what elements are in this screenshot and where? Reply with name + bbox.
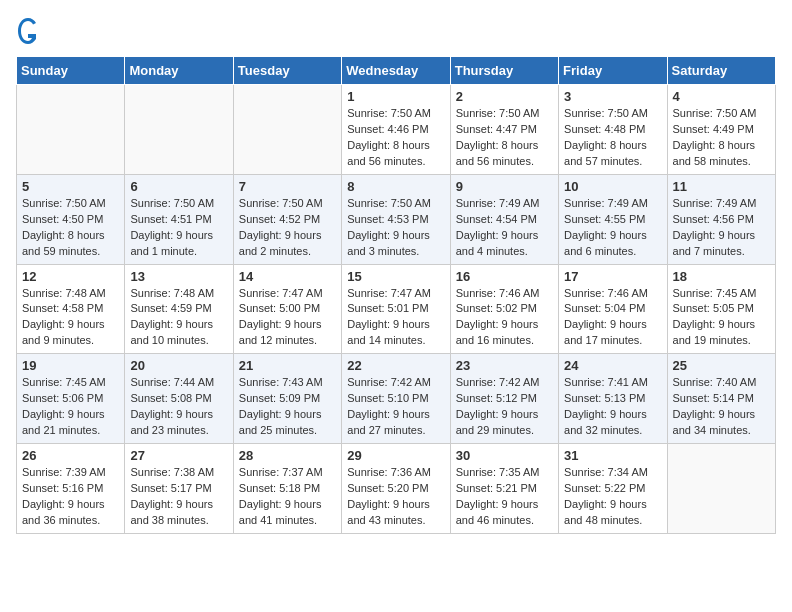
calendar-cell: 12Sunrise: 7:48 AM Sunset: 4:58 PM Dayli…: [17, 264, 125, 354]
day-number: 3: [564, 89, 661, 104]
day-info: Sunrise: 7:41 AM Sunset: 5:13 PM Dayligh…: [564, 375, 661, 439]
day-number: 17: [564, 269, 661, 284]
calendar-cell: 26Sunrise: 7:39 AM Sunset: 5:16 PM Dayli…: [17, 444, 125, 534]
day-info: Sunrise: 7:49 AM Sunset: 4:55 PM Dayligh…: [564, 196, 661, 260]
day-info: Sunrise: 7:50 AM Sunset: 4:53 PM Dayligh…: [347, 196, 444, 260]
calendar-header-row: SundayMondayTuesdayWednesdayThursdayFrid…: [17, 57, 776, 85]
calendar-cell: 31Sunrise: 7:34 AM Sunset: 5:22 PM Dayli…: [559, 444, 667, 534]
day-info: Sunrise: 7:50 AM Sunset: 4:52 PM Dayligh…: [239, 196, 336, 260]
day-info: Sunrise: 7:42 AM Sunset: 5:12 PM Dayligh…: [456, 375, 553, 439]
calendar-week-row: 19Sunrise: 7:45 AM Sunset: 5:06 PM Dayli…: [17, 354, 776, 444]
calendar-cell: [667, 444, 775, 534]
day-info: Sunrise: 7:39 AM Sunset: 5:16 PM Dayligh…: [22, 465, 119, 529]
day-info: Sunrise: 7:47 AM Sunset: 5:00 PM Dayligh…: [239, 286, 336, 350]
calendar-cell: 8Sunrise: 7:50 AM Sunset: 4:53 PM Daylig…: [342, 174, 450, 264]
calendar-cell: 23Sunrise: 7:42 AM Sunset: 5:12 PM Dayli…: [450, 354, 558, 444]
day-number: 7: [239, 179, 336, 194]
page-header: [16, 16, 776, 46]
day-info: Sunrise: 7:48 AM Sunset: 4:59 PM Dayligh…: [130, 286, 227, 350]
day-number: 12: [22, 269, 119, 284]
day-number: 24: [564, 358, 661, 373]
day-number: 28: [239, 448, 336, 463]
day-info: Sunrise: 7:49 AM Sunset: 4:54 PM Dayligh…: [456, 196, 553, 260]
calendar-cell: 14Sunrise: 7:47 AM Sunset: 5:00 PM Dayli…: [233, 264, 341, 354]
day-info: Sunrise: 7:50 AM Sunset: 4:47 PM Dayligh…: [456, 106, 553, 170]
day-number: 1: [347, 89, 444, 104]
calendar-cell: [125, 85, 233, 175]
calendar-cell: 11Sunrise: 7:49 AM Sunset: 4:56 PM Dayli…: [667, 174, 775, 264]
calendar-week-row: 12Sunrise: 7:48 AM Sunset: 4:58 PM Dayli…: [17, 264, 776, 354]
calendar-cell: 1Sunrise: 7:50 AM Sunset: 4:46 PM Daylig…: [342, 85, 450, 175]
day-info: Sunrise: 7:37 AM Sunset: 5:18 PM Dayligh…: [239, 465, 336, 529]
day-number: 20: [130, 358, 227, 373]
day-number: 22: [347, 358, 444, 373]
calendar-cell: 20Sunrise: 7:44 AM Sunset: 5:08 PM Dayli…: [125, 354, 233, 444]
calendar-cell: 7Sunrise: 7:50 AM Sunset: 4:52 PM Daylig…: [233, 174, 341, 264]
day-info: Sunrise: 7:49 AM Sunset: 4:56 PM Dayligh…: [673, 196, 770, 260]
day-number: 26: [22, 448, 119, 463]
day-number: 21: [239, 358, 336, 373]
day-info: Sunrise: 7:50 AM Sunset: 4:48 PM Dayligh…: [564, 106, 661, 170]
column-header-thursday: Thursday: [450, 57, 558, 85]
day-number: 18: [673, 269, 770, 284]
calendar-cell: 6Sunrise: 7:50 AM Sunset: 4:51 PM Daylig…: [125, 174, 233, 264]
column-header-monday: Monday: [125, 57, 233, 85]
day-number: 29: [347, 448, 444, 463]
day-number: 14: [239, 269, 336, 284]
calendar-cell: 24Sunrise: 7:41 AM Sunset: 5:13 PM Dayli…: [559, 354, 667, 444]
day-info: Sunrise: 7:50 AM Sunset: 4:46 PM Dayligh…: [347, 106, 444, 170]
day-info: Sunrise: 7:44 AM Sunset: 5:08 PM Dayligh…: [130, 375, 227, 439]
day-number: 23: [456, 358, 553, 373]
column-header-tuesday: Tuesday: [233, 57, 341, 85]
day-number: 11: [673, 179, 770, 194]
day-number: 19: [22, 358, 119, 373]
day-number: 13: [130, 269, 227, 284]
day-number: 27: [130, 448, 227, 463]
calendar-cell: 10Sunrise: 7:49 AM Sunset: 4:55 PM Dayli…: [559, 174, 667, 264]
day-number: 6: [130, 179, 227, 194]
calendar-cell: 27Sunrise: 7:38 AM Sunset: 5:17 PM Dayli…: [125, 444, 233, 534]
day-number: 31: [564, 448, 661, 463]
calendar-cell: 15Sunrise: 7:47 AM Sunset: 5:01 PM Dayli…: [342, 264, 450, 354]
calendar-cell: 25Sunrise: 7:40 AM Sunset: 5:14 PM Dayli…: [667, 354, 775, 444]
day-number: 30: [456, 448, 553, 463]
day-number: 4: [673, 89, 770, 104]
day-info: Sunrise: 7:47 AM Sunset: 5:01 PM Dayligh…: [347, 286, 444, 350]
day-info: Sunrise: 7:50 AM Sunset: 4:49 PM Dayligh…: [673, 106, 770, 170]
calendar-cell: 19Sunrise: 7:45 AM Sunset: 5:06 PM Dayli…: [17, 354, 125, 444]
day-info: Sunrise: 7:38 AM Sunset: 5:17 PM Dayligh…: [130, 465, 227, 529]
calendar-cell: 9Sunrise: 7:49 AM Sunset: 4:54 PM Daylig…: [450, 174, 558, 264]
calendar-cell: 4Sunrise: 7:50 AM Sunset: 4:49 PM Daylig…: [667, 85, 775, 175]
day-info: Sunrise: 7:42 AM Sunset: 5:10 PM Dayligh…: [347, 375, 444, 439]
day-info: Sunrise: 7:48 AM Sunset: 4:58 PM Dayligh…: [22, 286, 119, 350]
calendar-cell: 5Sunrise: 7:50 AM Sunset: 4:50 PM Daylig…: [17, 174, 125, 264]
calendar-cell: 21Sunrise: 7:43 AM Sunset: 5:09 PM Dayli…: [233, 354, 341, 444]
calendar-cell: 28Sunrise: 7:37 AM Sunset: 5:18 PM Dayli…: [233, 444, 341, 534]
day-info: Sunrise: 7:46 AM Sunset: 5:04 PM Dayligh…: [564, 286, 661, 350]
day-info: Sunrise: 7:43 AM Sunset: 5:09 PM Dayligh…: [239, 375, 336, 439]
day-number: 25: [673, 358, 770, 373]
day-info: Sunrise: 7:45 AM Sunset: 5:05 PM Dayligh…: [673, 286, 770, 350]
day-info: Sunrise: 7:34 AM Sunset: 5:22 PM Dayligh…: [564, 465, 661, 529]
calendar-table: SundayMondayTuesdayWednesdayThursdayFrid…: [16, 56, 776, 534]
day-number: 15: [347, 269, 444, 284]
day-info: Sunrise: 7:50 AM Sunset: 4:51 PM Dayligh…: [130, 196, 227, 260]
calendar-cell: 3Sunrise: 7:50 AM Sunset: 4:48 PM Daylig…: [559, 85, 667, 175]
calendar-cell: [233, 85, 341, 175]
calendar-cell: 22Sunrise: 7:42 AM Sunset: 5:10 PM Dayli…: [342, 354, 450, 444]
logo-icon: [16, 16, 40, 46]
column-header-wednesday: Wednesday: [342, 57, 450, 85]
column-header-saturday: Saturday: [667, 57, 775, 85]
logo: [16, 16, 44, 46]
day-number: 9: [456, 179, 553, 194]
day-number: 8: [347, 179, 444, 194]
column-header-sunday: Sunday: [17, 57, 125, 85]
day-number: 10: [564, 179, 661, 194]
calendar-week-row: 5Sunrise: 7:50 AM Sunset: 4:50 PM Daylig…: [17, 174, 776, 264]
day-number: 16: [456, 269, 553, 284]
calendar-cell: 17Sunrise: 7:46 AM Sunset: 5:04 PM Dayli…: [559, 264, 667, 354]
calendar-cell: 30Sunrise: 7:35 AM Sunset: 5:21 PM Dayli…: [450, 444, 558, 534]
calendar-week-row: 26Sunrise: 7:39 AM Sunset: 5:16 PM Dayli…: [17, 444, 776, 534]
calendar-cell: 18Sunrise: 7:45 AM Sunset: 5:05 PM Dayli…: [667, 264, 775, 354]
calendar-cell: 16Sunrise: 7:46 AM Sunset: 5:02 PM Dayli…: [450, 264, 558, 354]
